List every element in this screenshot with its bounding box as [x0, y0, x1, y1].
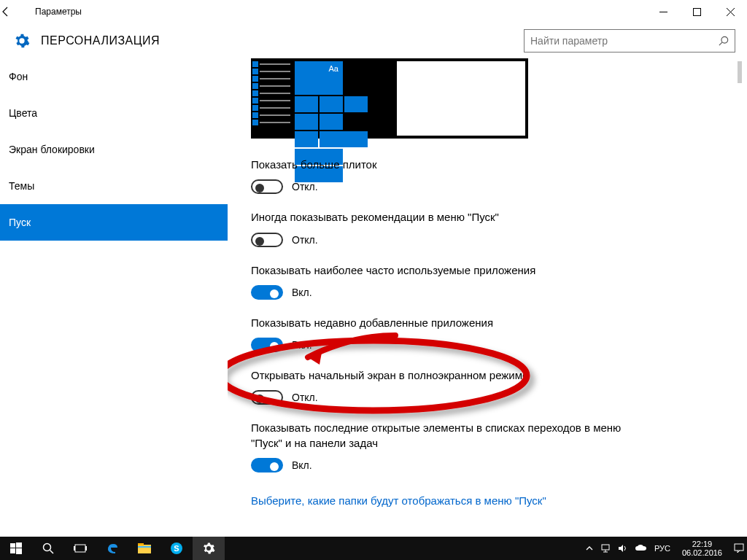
- toggle-recently-added[interactable]: [251, 338, 283, 352]
- svg-rect-9: [10, 548, 15, 553]
- svg-point-4: [721, 36, 728, 43]
- skype-icon[interactable]: S: [160, 537, 193, 560]
- taskbar: S РУС 22:19 06.02.2016: [0, 537, 747, 560]
- setting-recently-added: Показывать недавно добавленные приложени…: [251, 316, 729, 352]
- network-icon[interactable]: [600, 544, 611, 553]
- toggle-fullscreen-start[interactable]: [251, 390, 283, 405]
- toggle-state: Вкл.: [292, 287, 312, 298]
- sidebar-item-label: Экран блокировки: [9, 144, 95, 155]
- action-center-icon[interactable]: [734, 543, 744, 553]
- setting-label: Показывать последние открытые элементы в…: [251, 421, 630, 451]
- setting-label: Иногда показывать рекомендации в меню "П…: [251, 210, 630, 225]
- settings-icon[interactable]: [193, 537, 225, 560]
- sidebar-item-background[interactable]: Фон: [0, 58, 228, 95]
- sidebar-item-themes[interactable]: Темы: [0, 168, 228, 204]
- sidebar: Фон Цвета Экран блокировки Темы Пуск: [0, 58, 228, 537]
- toggle-state: Вкл.: [292, 339, 312, 351]
- toggle-state: Откл.: [292, 181, 318, 192]
- clock[interactable]: 22:19 06.02.2016: [678, 540, 727, 557]
- titlebar: Параметры: [0, 0, 747, 23]
- toggle-suggestions[interactable]: [251, 233, 283, 247]
- sidebar-item-start[interactable]: Пуск: [0, 204, 228, 241]
- maximize-button[interactable]: [680, 0, 713, 23]
- toggle-jumplists[interactable]: [251, 458, 283, 472]
- system-tray: РУС 22:19 06.02.2016: [586, 540, 747, 557]
- svg-rect-18: [138, 546, 151, 548]
- preview-tile: Aa: [295, 61, 343, 95]
- sidebar-item-label: Цвета: [9, 107, 37, 119]
- volume-icon[interactable]: [618, 544, 628, 553]
- svg-rect-7: [10, 543, 15, 548]
- scrollbar[interactable]: [734, 58, 746, 537]
- taskview-button[interactable]: [64, 537, 96, 560]
- edge-icon[interactable]: [96, 537, 128, 560]
- svg-rect-17: [138, 543, 144, 545]
- svg-text:S: S: [174, 544, 179, 553]
- toggle-more-tiles[interactable]: [251, 179, 283, 194]
- setting-most-used: Показывать наиболее часто используемые п…: [251, 263, 729, 300]
- setting-label: Показывать недавно добавленные приложени…: [251, 316, 630, 330]
- start-preview: Aa: [251, 58, 528, 139]
- setting-fullscreen-start: Открывать начальный экран в полноэкранно…: [251, 368, 729, 405]
- setting-label: Открывать начальный экран в полноэкранно…: [251, 368, 630, 383]
- sidebar-item-colors[interactable]: Цвета: [0, 95, 228, 131]
- sidebar-item-label: Пуск: [9, 217, 31, 228]
- explorer-icon[interactable]: [128, 537, 160, 560]
- toggle-state: Вкл.: [292, 459, 312, 471]
- clock-date: 06.02.2016: [682, 548, 722, 557]
- setting-label: Показать больше плиток: [251, 158, 630, 172]
- start-button[interactable]: [0, 537, 32, 560]
- sidebar-item-label: Темы: [9, 180, 34, 192]
- close-button[interactable]: [713, 0, 747, 23]
- header: ПЕРСОНАЛИЗАЦИЯ: [0, 23, 747, 58]
- minimize-button[interactable]: [646, 0, 680, 23]
- sidebar-item-lockscreen[interactable]: Экран блокировки: [0, 131, 228, 168]
- setting-jumplists: Показывать последние открытые элементы в…: [251, 421, 729, 472]
- search-button[interactable]: [32, 537, 64, 560]
- tray-chevron-icon[interactable]: [586, 545, 593, 552]
- svg-line-5: [719, 42, 722, 45]
- setting-suggestions: Иногда показывать рекомендации в меню "П…: [251, 210, 729, 246]
- choose-folders-link[interactable]: Выберите, какие папки будут отображаться…: [251, 494, 546, 507]
- toggle-state: Откл.: [292, 392, 318, 403]
- back-button[interactable]: [0, 6, 35, 18]
- search-input[interactable]: [530, 35, 719, 47]
- onedrive-icon[interactable]: [635, 545, 647, 552]
- sidebar-item-label: Фон: [9, 71, 28, 82]
- svg-rect-8: [16, 542, 22, 548]
- content-pane: Aa Показать больше плиток: [228, 58, 747, 537]
- svg-rect-10: [16, 548, 22, 554]
- svg-rect-16: [138, 545, 151, 553]
- svg-rect-21: [602, 545, 609, 550]
- toggle-state: Откл.: [292, 234, 318, 246]
- svg-line-12: [50, 551, 54, 554]
- svg-rect-13: [75, 545, 85, 552]
- language-indicator[interactable]: РУС: [654, 544, 670, 553]
- setting-label: Показывать наиболее часто используемые п…: [251, 263, 630, 278]
- svg-rect-24: [735, 544, 743, 551]
- section-title: ПЕРСОНАЛИЗАЦИЯ: [41, 34, 160, 47]
- search-box[interactable]: [524, 29, 735, 52]
- svg-rect-1: [693, 8, 700, 15]
- clock-time: 22:19: [682, 540, 722, 548]
- search-icon: [719, 36, 729, 46]
- gear-icon: [9, 33, 35, 49]
- svg-point-11: [44, 544, 51, 551]
- toggle-most-used[interactable]: [251, 285, 283, 300]
- window-title: Параметры: [35, 7, 82, 17]
- svg-rect-14: [74, 546, 75, 551]
- svg-rect-15: [85, 546, 87, 551]
